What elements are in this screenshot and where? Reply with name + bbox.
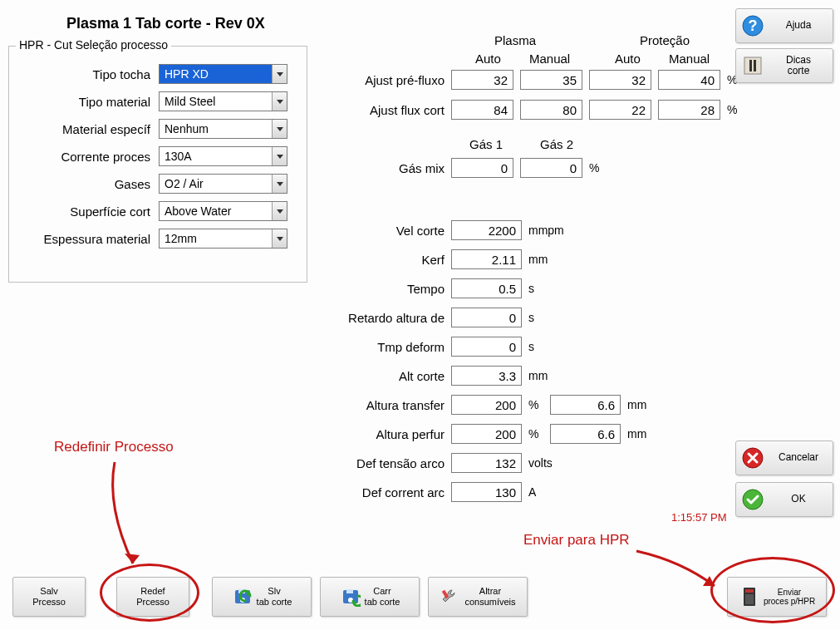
svg-rect-15 (745, 589, 754, 593)
load-cut-chart-label: Carr tab corte (365, 586, 400, 607)
load-cut-chart-button[interactable]: Carr tab corte (320, 577, 420, 617)
svg-rect-3 (749, 60, 752, 71)
svg-text:?: ? (749, 17, 758, 34)
arc-current-label: Def corrent arc (328, 485, 445, 500)
gas-mix-label: Gás mix (345, 161, 445, 175)
cutflow-plasma-auto-field[interactable]: 84 (451, 100, 513, 120)
chevron-down-icon[interactable] (272, 147, 287, 165)
cutflow-plasma-manual-field[interactable]: 80 (520, 100, 582, 120)
gas-mix-2-field[interactable]: 0 (520, 158, 582, 178)
change-consumables-button[interactable]: Altrar consumíveis (428, 577, 528, 617)
material-specific-value: Nenhum (160, 122, 272, 135)
cut-height-field[interactable]: 3.3 (451, 366, 522, 386)
creep-time-field[interactable]: 0 (451, 337, 522, 357)
process-selection-group: HPR - Cut Seleção processo Tipo tocha HP… (8, 46, 307, 283)
reset-process-button[interactable]: Redef Prcesso (116, 577, 189, 617)
cutflow-label: Ajust flux cort (345, 103, 445, 117)
torch-type-combo[interactable]: HPR XD (159, 64, 287, 84)
annotation-arrow-icon (631, 544, 723, 594)
shield-auto-header: Auto (615, 52, 641, 66)
reset-process-label: Redef Prcesso (136, 586, 169, 607)
hpr-device-icon (739, 586, 760, 608)
chevron-down-icon[interactable] (272, 229, 287, 248)
send-to-hpr-label: Enviar proces p/HPR (764, 588, 815, 607)
save-process-button[interactable]: Salv Prcesso (12, 577, 86, 617)
chevron-down-icon[interactable] (272, 202, 287, 220)
percent-unit: % (589, 161, 599, 175)
protecao-header: Proteção (640, 33, 690, 47)
pierce-height-mm-field[interactable]: 6.6 (550, 424, 621, 444)
arc-current-field[interactable]: 130 (451, 482, 522, 502)
cut-tips-button[interactable]: Dicas corte (735, 48, 833, 83)
pierce-height-pct-field[interactable]: 200 (451, 424, 522, 444)
material-type-label: Tipo material (17, 95, 159, 109)
load-icon (340, 586, 361, 608)
transfer-height-mm-field[interactable]: 6.6 (550, 395, 621, 415)
svg-rect-2 (744, 57, 761, 74)
gas-mix-1-field[interactable]: 0 (451, 158, 513, 178)
preflow-plasma-manual-field[interactable]: 35 (520, 70, 582, 90)
chevron-down-icon[interactable] (272, 92, 287, 111)
chevron-down-icon[interactable] (272, 120, 287, 138)
send-to-hpr-button[interactable]: Enviar proces p/HPR (727, 577, 827, 617)
ok-button-label: OK (769, 494, 828, 504)
cut-speed-field[interactable]: 2200 (451, 220, 522, 240)
process-current-label: Corrente proces (17, 150, 159, 164)
transfer-height-pct-field[interactable]: 200 (451, 395, 522, 415)
clock-time: 1:15:57 PM (671, 511, 727, 524)
preflow-shield-manual-field[interactable]: 40 (658, 70, 720, 90)
cut-height-label: Alt corte (328, 369, 445, 383)
percent-unit: % (727, 103, 737, 116)
tempo-label: Tempo (328, 282, 445, 296)
material-type-combo[interactable]: Mild Steel (159, 91, 287, 111)
save-cut-chart-button[interactable]: Slv tab corte (212, 577, 312, 617)
arc-voltage-label: Def tensão arco (328, 456, 445, 470)
chevron-down-icon[interactable] (272, 175, 287, 193)
kerf-field[interactable]: 2.11 (451, 249, 522, 269)
cut-tips-button-label: Dicas corte (769, 55, 828, 76)
creep-time-label: Tmp deform (328, 340, 445, 354)
pierce-height-unit: mm (627, 427, 646, 441)
material-specific-combo[interactable]: Nenhum (159, 119, 287, 139)
height-delay-field[interactable]: 0 (451, 308, 522, 327)
annotation-redefine-process: Redefinir Processo (54, 439, 174, 455)
preflow-shield-auto-field[interactable]: 32 (589, 70, 651, 90)
plasma-header: Plasma (494, 33, 536, 47)
arc-voltage-unit: volts (528, 456, 553, 470)
torch-type-label: Tipo tocha (17, 67, 159, 81)
save-cut-chart-label: Slv tab corte (257, 586, 292, 607)
svg-marker-17 (125, 554, 140, 564)
gases-combo[interactable]: O2 / Air (159, 174, 287, 194)
svg-rect-16 (745, 594, 754, 604)
kerf-label: Kerf (328, 253, 445, 267)
help-button[interactable]: ? Ajuda (735, 8, 833, 43)
preflow-label: Ajust pré-fluxo (345, 73, 445, 87)
process-current-combo[interactable]: 130A (159, 146, 287, 166)
annotation-arrow-icon (100, 457, 158, 573)
change-consumables-label: Altrar consumíveis (464, 586, 515, 607)
cut-surface-combo[interactable]: Above Water (159, 201, 287, 221)
percent-unit: % (528, 398, 543, 411)
height-delay-label: Retardo altura de (328, 311, 445, 325)
gas2-header: Gás 2 (540, 137, 573, 151)
cutflow-shield-auto-field[interactable]: 22 (589, 100, 651, 120)
tempo-field[interactable]: 0.5 (451, 278, 522, 298)
material-thickness-combo[interactable]: 12mm (159, 229, 287, 249)
arc-voltage-field[interactable]: 132 (451, 453, 522, 473)
tempo-unit: s (528, 282, 534, 295)
cutflow-shield-manual-field[interactable]: 28 (658, 100, 720, 120)
material-thickness-label: Espessura material (17, 232, 159, 246)
chevron-down-icon[interactable] (272, 65, 287, 83)
transfer-height-label: Altura transfer (328, 398, 445, 412)
tips-icon (741, 54, 764, 77)
gases-value: O2 / Air (160, 177, 272, 190)
preflow-plasma-auto-field[interactable]: 32 (451, 70, 513, 90)
creep-time-unit: s (528, 340, 534, 353)
torch-type-value: HPR XD (160, 67, 272, 81)
cancel-button[interactable]: Cancelar (735, 441, 833, 475)
cut-height-unit: mm (528, 369, 548, 382)
material-specific-label: Material específ (17, 122, 159, 136)
material-thickness-value: 12mm (160, 232, 272, 245)
material-type-value: Mild Steel (160, 95, 272, 108)
ok-button[interactable]: OK (735, 482, 833, 517)
